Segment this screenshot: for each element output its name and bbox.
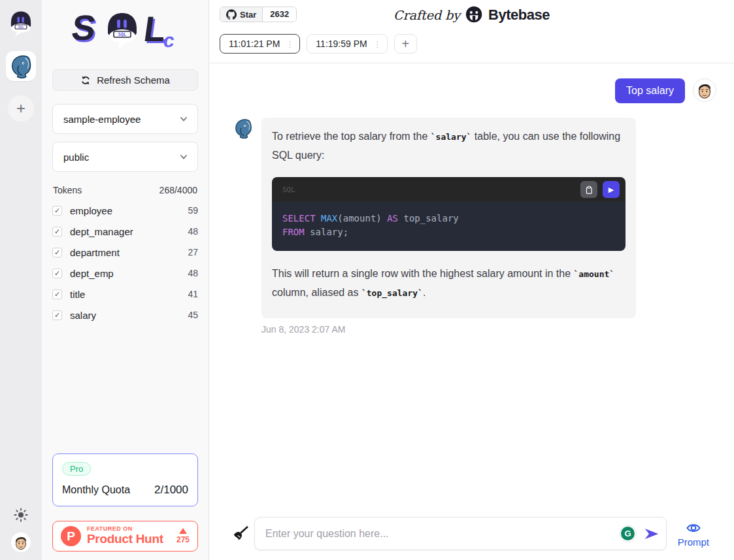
- star-count: 2632: [262, 7, 296, 22]
- table-checkbox[interactable]: ✓: [52, 269, 62, 278]
- table-token-count: 41: [188, 289, 198, 299]
- postgresql-connection-item[interactable]: [6, 51, 36, 81]
- table-checkbox[interactable]: ✓: [52, 206, 62, 216]
- assistant-paragraph: This will return a single row with the h…: [272, 265, 626, 303]
- table-checkbox[interactable]: ✓: [52, 289, 62, 299]
- run-query-button[interactable]: ▶: [603, 181, 620, 198]
- table-name: employee: [70, 205, 188, 216]
- table-row: ✓ department 27: [52, 242, 198, 263]
- code-content[interactable]: SELECT MAX(amount) AS top_salary FROM sa…: [272, 202, 626, 251]
- table-row: ✓ salary 45: [52, 305, 198, 325]
- table-row: ✓ title 41: [52, 284, 198, 305]
- table-checkbox[interactable]: ✓: [52, 248, 62, 257]
- product-hunt-badge[interactable]: P FEATURED ON Product Hunt 275: [52, 521, 198, 552]
- tab-menu-icon[interactable]: ⋮: [373, 39, 382, 49]
- quota-label: Monthly Quota: [62, 484, 130, 496]
- quota-value: 2/1000: [154, 484, 188, 497]
- assistant-message-bubble: To retrieve the top salary from the `sal…: [261, 118, 636, 318]
- table-name: title: [70, 289, 188, 300]
- sqlchat-bot-icon[interactable]: SQL: [8, 9, 34, 38]
- refresh-icon: [80, 75, 91, 86]
- table-row: ✓ dept_manager 48: [52, 221, 198, 242]
- send-button[interactable]: [643, 525, 659, 542]
- add-connection-button[interactable]: +: [8, 95, 34, 122]
- tokens-label: Tokens: [53, 185, 82, 195]
- connection-rail: SQL +: [0, 0, 42, 560]
- github-icon: [226, 9, 237, 20]
- database-select[interactable]: sample-employee: [52, 104, 198, 134]
- inline-code: `top_salary`: [361, 288, 423, 298]
- schema-select-value: public: [63, 152, 89, 163]
- conversation-tab-active[interactable]: 11:01:21 PM ⋮: [220, 34, 300, 54]
- code-block-header: SQL ▶: [272, 177, 626, 202]
- clear-conversation-button[interactable]: [231, 525, 248, 542]
- topbar: Star 2632 Crafted by Bytebase: [209, 0, 734, 29]
- svg-text:SQL: SQL: [18, 25, 24, 29]
- code-language-label: SQL: [282, 186, 575, 194]
- table-name: dept_emp: [70, 268, 188, 279]
- message-list: Top salary: [209, 63, 734, 517]
- prompt-button[interactable]: Prompt: [673, 520, 717, 548]
- sqlchat-logo: S S SQL L L c: [65, 9, 186, 55]
- product-hunt-logo: P: [61, 526, 81, 546]
- postgresql-elephant-icon: [233, 118, 254, 139]
- new-conversation-button[interactable]: +: [394, 34, 417, 54]
- svg-text:c: c: [162, 29, 176, 51]
- prompt-label: Prompt: [678, 536, 709, 548]
- inline-code: `amount`: [574, 269, 615, 279]
- sun-icon: [14, 508, 28, 522]
- tab-label: 11:19:59 PM: [316, 39, 367, 49]
- table-name: dept_manager: [70, 226, 188, 237]
- table-token-count: 59: [188, 205, 198, 216]
- eye-icon: [686, 520, 701, 536]
- table-token-count: 48: [188, 268, 198, 278]
- crafted-by-label: Crafted by: [393, 7, 460, 22]
- table-name: department: [70, 247, 188, 258]
- tokens-usage: 268/4000: [159, 185, 197, 195]
- pro-badge: Pro: [62, 462, 91, 476]
- database-select-value: sample-employee: [63, 114, 141, 125]
- question-input-wrap: G: [254, 517, 667, 550]
- grammarly-icon[interactable]: G: [620, 525, 637, 542]
- user-face-icon: [11, 533, 31, 552]
- product-hunt-name: Product Hunt: [87, 533, 176, 546]
- postgresql-elephant-icon: [8, 54, 33, 78]
- assistant-message-row: To retrieve the top salary from the `sal…: [233, 118, 716, 318]
- sql-code-block: SQL ▶ SELECT MAX(amount) AS top_salary F…: [272, 177, 626, 251]
- theme-toggle-button[interactable]: [14, 508, 28, 522]
- broom-icon: [231, 525, 248, 542]
- tab-menu-icon[interactable]: ⋮: [286, 39, 294, 49]
- account-avatar[interactable]: [11, 533, 31, 552]
- bytebase-logo-icon: [465, 6, 483, 24]
- composer: G Prompt: [209, 517, 734, 560]
- tokens-header: Tokens 268/4000: [52, 185, 198, 195]
- brand-name: Bytebase: [488, 6, 550, 23]
- clipboard-icon: [585, 186, 593, 194]
- tab-label: 11:01:21 PM: [229, 39, 280, 49]
- user-face-icon: [693, 79, 716, 101]
- assistant-paragraph: To retrieve the top salary from the `sal…: [272, 127, 626, 165]
- refresh-schema-button[interactable]: Refresh Schema: [52, 69, 198, 91]
- user-avatar: [693, 78, 716, 102]
- question-input[interactable]: [254, 517, 667, 550]
- user-message-bubble: Top salary: [615, 78, 685, 103]
- quota-card: Pro Monthly Quota 2/1000: [52, 453, 198, 506]
- table-list: ✓ employee 59 ✓ dept_manager 48 ✓ depart…: [52, 200, 198, 325]
- table-checkbox[interactable]: ✓: [52, 310, 62, 320]
- inline-code: `salary`: [431, 132, 472, 142]
- table-row: ✓ dept_emp 48: [52, 263, 198, 284]
- send-arrow-icon: [643, 525, 659, 542]
- svg-text:SQL: SQL: [118, 32, 126, 37]
- copy-code-button[interactable]: [580, 181, 597, 198]
- conversation-tab[interactable]: 11:19:59 PM ⋮: [307, 34, 387, 54]
- table-checkbox[interactable]: ✓: [52, 227, 62, 237]
- chat-main: Star 2632 Crafted by Bytebase 11:01:21 P…: [209, 0, 734, 560]
- message-timestamp: Jun 8, 2023 2:07 AM: [261, 324, 716, 335]
- crafted-by[interactable]: Crafted by Bytebase: [393, 6, 550, 24]
- table-token-count: 48: [188, 226, 198, 237]
- star-label: Star: [240, 10, 256, 20]
- github-star-button[interactable]: Star 2632: [220, 7, 297, 22]
- upvote-count: 275: [176, 535, 190, 544]
- table-name: salary: [70, 310, 188, 321]
- schema-select[interactable]: public: [52, 142, 198, 172]
